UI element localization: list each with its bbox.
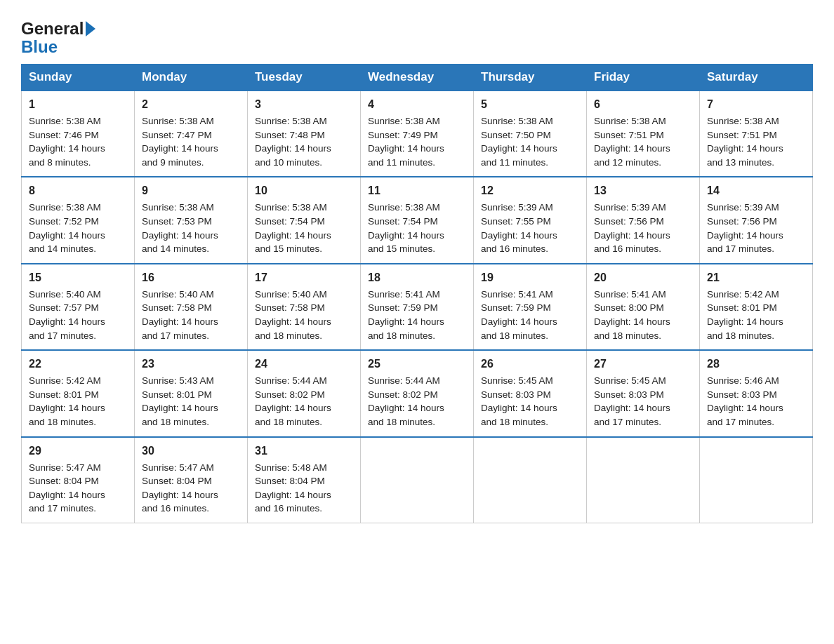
daylight-minutes-text: and 15 minutes. xyxy=(368,243,435,254)
daylight-hours-text: Daylight: 14 hours xyxy=(594,143,670,154)
calendar-day-cell: 19Sunrise: 5:41 AMSunset: 7:59 PMDayligh… xyxy=(474,264,587,350)
calendar-day-cell: 1Sunrise: 5:38 AMSunset: 7:46 PMDaylight… xyxy=(22,90,135,177)
calendar-day-cell: 30Sunrise: 5:47 AMSunset: 8:04 PMDayligh… xyxy=(135,437,248,523)
day-number: 2 xyxy=(142,96,240,112)
sunrise-text: Sunrise: 5:39 AM xyxy=(481,202,553,213)
sunrise-text: Sunrise: 5:38 AM xyxy=(255,202,327,213)
day-number: 11 xyxy=(368,182,466,199)
sunset-text: Sunset: 7:48 PM xyxy=(255,130,325,140)
calendar-day-cell: 23Sunrise: 5:43 AMSunset: 8:01 PMDayligh… xyxy=(135,350,248,436)
daylight-minutes-text: and 18 minutes. xyxy=(255,330,322,341)
page-header: General Blue xyxy=(21,14,813,57)
sunrise-text: Sunrise: 5:42 AM xyxy=(707,289,779,300)
sunrise-text: Sunrise: 5:38 AM xyxy=(707,116,779,126)
calendar-day-cell: 10Sunrise: 5:38 AMSunset: 7:54 PMDayligh… xyxy=(248,177,361,263)
calendar-day-cell: 7Sunrise: 5:38 AMSunset: 7:51 PMDaylight… xyxy=(700,90,813,177)
sunset-text: Sunset: 8:02 PM xyxy=(368,389,438,400)
day-number: 26 xyxy=(481,356,579,372)
day-number: 14 xyxy=(707,182,805,199)
daylight-hours-text: Daylight: 14 hours xyxy=(368,143,444,154)
sunrise-text: Sunrise: 5:44 AM xyxy=(368,375,440,386)
calendar-day-cell: 15Sunrise: 5:40 AMSunset: 7:57 PMDayligh… xyxy=(22,264,135,350)
sunset-text: Sunset: 7:51 PM xyxy=(594,130,664,140)
calendar-day-cell: 17Sunrise: 5:40 AMSunset: 7:58 PMDayligh… xyxy=(248,264,361,350)
sunrise-text: Sunrise: 5:38 AM xyxy=(29,202,101,213)
day-number: 9 xyxy=(142,182,240,199)
calendar-day-cell: 29Sunrise: 5:47 AMSunset: 8:04 PMDayligh… xyxy=(22,437,135,523)
day-number: 24 xyxy=(255,356,353,372)
day-number: 13 xyxy=(594,182,692,199)
daylight-hours-text: Daylight: 14 hours xyxy=(368,403,444,413)
sunset-text: Sunset: 8:04 PM xyxy=(142,476,212,486)
weekday-header-row: SundayMondayTuesdayWednesdayThursdayFrid… xyxy=(22,64,813,90)
sunrise-text: Sunrise: 5:45 AM xyxy=(481,375,553,386)
sunrise-text: Sunrise: 5:38 AM xyxy=(142,116,214,126)
calendar-day-cell xyxy=(474,437,587,523)
calendar-day-cell: 27Sunrise: 5:45 AMSunset: 8:03 PMDayligh… xyxy=(587,350,700,436)
daylight-hours-text: Daylight: 14 hours xyxy=(594,316,670,327)
calendar-day-cell: 21Sunrise: 5:42 AMSunset: 8:01 PMDayligh… xyxy=(700,264,813,350)
daylight-hours-text: Daylight: 14 hours xyxy=(255,230,331,241)
calendar-week-row: 1Sunrise: 5:38 AMSunset: 7:46 PMDaylight… xyxy=(22,90,813,177)
sunset-text: Sunset: 8:04 PM xyxy=(29,476,99,486)
calendar-day-cell: 13Sunrise: 5:39 AMSunset: 7:56 PMDayligh… xyxy=(587,177,700,263)
sunrise-text: Sunrise: 5:47 AM xyxy=(29,462,101,473)
daylight-minutes-text: and 18 minutes. xyxy=(255,417,322,427)
daylight-minutes-text: and 14 minutes. xyxy=(142,243,209,254)
daylight-minutes-text: and 15 minutes. xyxy=(255,243,322,254)
daylight-minutes-text: and 10 minutes. xyxy=(255,157,322,168)
calendar-week-row: 15Sunrise: 5:40 AMSunset: 7:57 PMDayligh… xyxy=(22,264,813,350)
calendar-day-cell: 2Sunrise: 5:38 AMSunset: 7:47 PMDaylight… xyxy=(135,90,248,177)
daylight-minutes-text: and 18 minutes. xyxy=(707,330,774,341)
calendar-day-cell xyxy=(361,437,474,523)
sunrise-text: Sunrise: 5:41 AM xyxy=(481,289,553,300)
sunrise-text: Sunrise: 5:41 AM xyxy=(594,289,666,300)
day-number: 31 xyxy=(255,443,353,459)
day-number: 5 xyxy=(481,96,579,112)
daylight-minutes-text: and 17 minutes. xyxy=(594,417,661,427)
daylight-minutes-text: and 16 minutes. xyxy=(255,503,322,514)
daylight-minutes-text: and 18 minutes. xyxy=(594,330,661,341)
daylight-hours-text: Daylight: 14 hours xyxy=(29,490,105,500)
daylight-minutes-text: and 12 minutes. xyxy=(594,157,661,168)
calendar-day-cell: 25Sunrise: 5:44 AMSunset: 8:02 PMDayligh… xyxy=(361,350,474,436)
daylight-hours-text: Daylight: 14 hours xyxy=(142,230,218,241)
daylight-hours-text: Daylight: 14 hours xyxy=(255,143,331,154)
sunset-text: Sunset: 8:00 PM xyxy=(594,302,664,313)
sunrise-text: Sunrise: 5:38 AM xyxy=(255,116,327,126)
calendar-day-cell: 31Sunrise: 5:48 AMSunset: 8:04 PMDayligh… xyxy=(248,437,361,523)
day-number: 3 xyxy=(255,96,353,112)
daylight-minutes-text: and 9 minutes. xyxy=(142,157,204,168)
sunrise-text: Sunrise: 5:43 AM xyxy=(142,375,214,386)
sunrise-text: Sunrise: 5:47 AM xyxy=(142,462,214,473)
daylight-hours-text: Daylight: 14 hours xyxy=(29,316,105,327)
calendar-week-row: 29Sunrise: 5:47 AMSunset: 8:04 PMDayligh… xyxy=(22,437,813,523)
day-number: 28 xyxy=(707,356,805,372)
calendar-day-cell: 5Sunrise: 5:38 AMSunset: 7:50 PMDaylight… xyxy=(474,90,587,177)
daylight-hours-text: Daylight: 14 hours xyxy=(481,230,557,241)
sunset-text: Sunset: 7:59 PM xyxy=(481,302,551,313)
weekday-header-monday: Monday xyxy=(135,64,248,90)
calendar-day-cell: 9Sunrise: 5:38 AMSunset: 7:53 PMDaylight… xyxy=(135,177,248,263)
sunset-text: Sunset: 7:52 PM xyxy=(29,216,99,227)
sunset-text: Sunset: 7:55 PM xyxy=(481,216,551,227)
sunset-text: Sunset: 8:01 PM xyxy=(29,389,99,400)
weekday-header-saturday: Saturday xyxy=(700,64,813,90)
daylight-hours-text: Daylight: 14 hours xyxy=(142,403,218,413)
day-number: 1 xyxy=(29,96,127,112)
weekday-header-wednesday: Wednesday xyxy=(361,64,474,90)
sunrise-text: Sunrise: 5:38 AM xyxy=(368,116,440,126)
sunset-text: Sunset: 8:01 PM xyxy=(707,302,777,313)
day-number: 15 xyxy=(29,269,127,286)
sunset-text: Sunset: 8:03 PM xyxy=(594,389,664,400)
sunset-text: Sunset: 7:54 PM xyxy=(368,216,438,227)
calendar-day-cell: 14Sunrise: 5:39 AMSunset: 7:56 PMDayligh… xyxy=(700,177,813,263)
sunrise-text: Sunrise: 5:40 AM xyxy=(29,289,101,300)
day-number: 21 xyxy=(707,269,805,286)
daylight-minutes-text: and 11 minutes. xyxy=(368,157,435,168)
daylight-hours-text: Daylight: 14 hours xyxy=(142,316,218,327)
calendar-table: SundayMondayTuesdayWednesdayThursdayFrid… xyxy=(21,64,813,523)
daylight-hours-text: Daylight: 14 hours xyxy=(594,403,670,413)
daylight-minutes-text: and 16 minutes. xyxy=(481,243,548,254)
daylight-minutes-text: and 13 minutes. xyxy=(707,157,774,168)
